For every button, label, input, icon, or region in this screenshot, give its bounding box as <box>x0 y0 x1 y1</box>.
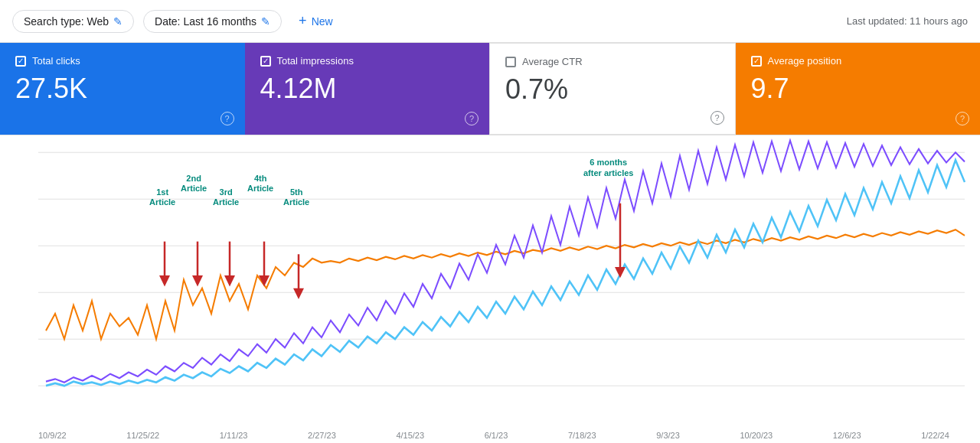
total-clicks-card[interactable]: Total clicks 27.5K ? <box>0 43 245 135</box>
annotation-3rd-article: 3rdArticle <box>213 187 239 207</box>
edit-search-type-icon: ✎ <box>113 15 122 28</box>
annotation-6months: 6 monthsafter articles <box>583 157 633 179</box>
x-label-10: 12/6/23 <box>833 431 861 440</box>
add-new-label: New <box>312 15 333 28</box>
average-ctr-checkbox[interactable] <box>505 57 516 67</box>
total-clicks-label-row: Total clicks <box>15 55 230 67</box>
edit-date-icon: ✎ <box>261 15 270 28</box>
annotation-4th-article: 4thArticle <box>247 174 273 194</box>
total-clicks-help-icon[interactable]: ? <box>220 112 234 125</box>
average-position-help-icon[interactable]: ? <box>956 112 969 125</box>
total-impressions-help-icon[interactable]: ? <box>465 112 479 125</box>
x-label-3: 1/11/23 <box>220 431 248 440</box>
x-label-8: 9/3/23 <box>656 431 680 440</box>
x-label-4: 2/27/23 <box>308 431 336 440</box>
last-updated-label: Last updated: 11 hours ago <box>847 15 968 27</box>
average-position-label: Average position <box>768 55 842 67</box>
top-bar: Search type: Web ✎ Date: Last 16 months … <box>0 0 980 43</box>
total-clicks-value: 27.5K <box>15 73 230 105</box>
average-ctr-label: Average CTR <box>522 56 583 67</box>
total-impressions-label-row: Total impressions <box>260 55 475 67</box>
average-ctr-help-icon[interactable]: ? <box>710 111 724 125</box>
x-axis-labels: 10/9/22 11/25/22 1/11/23 2/27/23 4/15/23… <box>0 431 980 440</box>
x-label-7: 7/18/23 <box>568 431 596 440</box>
date-filter[interactable]: Date: Last 16 months ✎ <box>143 10 282 33</box>
average-position-checkbox[interactable] <box>751 56 762 67</box>
total-impressions-card[interactable]: Total impressions 4.12M ? <box>245 43 490 135</box>
average-position-card[interactable]: Average position 9.7 ? <box>736 43 981 135</box>
chart-area: 1stArticle 2ndArticle 3rdArticle 4thArti… <box>0 135 980 443</box>
annotation-5th-article: 5thArticle <box>283 187 309 207</box>
average-position-label-row: Average position <box>751 55 965 67</box>
annotation-1st-article: 1stArticle <box>149 187 175 207</box>
chart-svg <box>0 135 980 415</box>
search-type-filter[interactable]: Search type: Web ✎ <box>12 10 134 33</box>
date-label: Date: Last 16 months <box>155 15 256 28</box>
svg-marker-15 <box>293 288 304 299</box>
average-ctr-card[interactable]: Average CTR 0.7% ? <box>489 43 736 135</box>
x-label-1: 10/9/22 <box>38 431 67 440</box>
plus-icon: + <box>299 13 307 29</box>
svg-marker-17 <box>615 267 626 278</box>
total-clicks-checkbox[interactable] <box>15 56 26 67</box>
x-label-2: 11/25/22 <box>126 431 159 440</box>
svg-marker-9 <box>192 275 203 286</box>
x-label-6: 6/1/23 <box>485 431 508 440</box>
average-ctr-label-row: Average CTR <box>505 56 720 67</box>
x-label-5: 4/15/23 <box>396 431 424 440</box>
total-impressions-label: Total impressions <box>277 55 354 67</box>
x-label-11: 1/22/24 <box>921 431 949 440</box>
annotation-2nd-article: 2ndArticle <box>181 174 207 194</box>
svg-marker-11 <box>224 275 235 286</box>
x-label-9: 10/20/23 <box>740 431 773 440</box>
average-position-value: 9.7 <box>751 73 965 105</box>
svg-marker-7 <box>159 275 170 286</box>
metrics-row: Total clicks 27.5K ? Total impressions 4… <box>0 43 980 135</box>
average-ctr-value: 0.7% <box>505 73 720 106</box>
search-type-label: Search type: Web <box>24 15 109 28</box>
total-clicks-label: Total clicks <box>32 55 80 67</box>
total-impressions-value: 4.12M <box>260 73 475 105</box>
add-new-button[interactable]: + New <box>291 8 341 34</box>
total-impressions-checkbox[interactable] <box>260 56 271 67</box>
